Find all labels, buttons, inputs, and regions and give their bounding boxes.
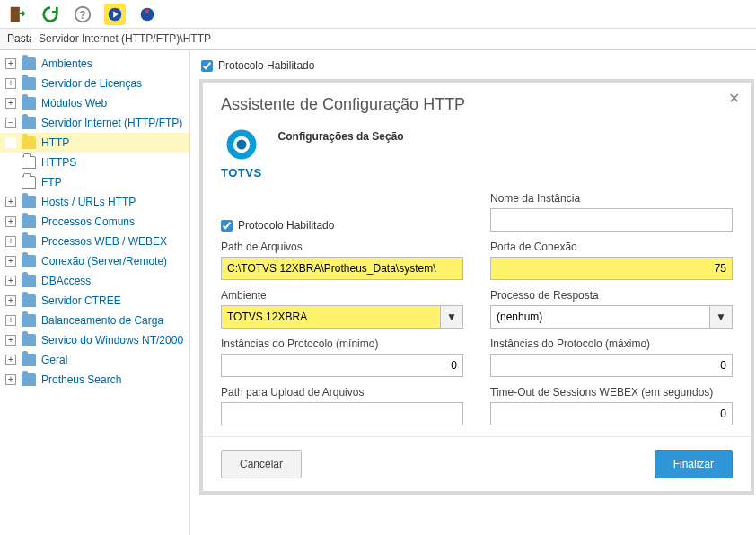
tree-node[interactable]: +DBAccess [0,271,189,291]
tree-node[interactable]: +Servidor CTREE [0,291,189,311]
tree-node-label: Servidor de Licenças [41,77,142,90]
tree-node-label: Hosts / URLs HTTP [41,196,136,208]
tree-node[interactable]: +Servico do Windows NT/2000 [0,330,189,350]
folder-icon [22,255,36,268]
response-process-dropdown-button[interactable]: ▼ [709,305,733,329]
tree-node-label: Ambientes [41,57,92,70]
expand-icon[interactable]: + [5,197,16,207]
expand-icon[interactable]: + [5,216,16,227]
tree-node[interactable]: FTP [0,172,189,192]
folder-icon [22,294,36,307]
wizard-title: Assistente de Configuração HTTP [221,95,733,114]
tree-node[interactable]: HTTP [0,133,189,153]
protocol-enabled-field: Protocolo Habilitado [221,219,463,232]
upload-path-field: Path para Upload de Arquivos [221,386,463,425]
protocol-enabled-top-label: Protocolo Habilitado [218,59,314,72]
tree-node[interactable]: HTTPS [0,153,189,172]
folder-icon [22,77,36,90]
exit-icon[interactable] [7,4,29,25]
toolbar: ? [0,0,756,29]
tree-node-label: HTTPS [41,156,76,169]
connection-port-input[interactable] [490,257,733,280]
tree-node-label: Servidor Internet (HTTP/FTP) [41,117,182,129]
environment-dropdown-button[interactable]: ▼ [440,305,463,329]
response-process-input[interactable] [490,305,709,329]
svg-text:?: ? [79,8,85,21]
instance-name-label: Nome da Instância [490,192,733,205]
expand-icon[interactable]: + [5,276,16,286]
instance-name-input[interactable] [490,208,733,232]
protocol-enabled-label: Protocolo Habilitado [238,219,334,232]
expand-icon[interactable]: + [5,295,16,306]
folder-icon [22,97,36,110]
expand-icon[interactable]: + [5,355,16,365]
expand-icon[interactable]: + [5,335,16,346]
folder-icon [22,235,36,248]
folder-icon [22,334,36,346]
instances-max-input[interactable] [490,354,733,377]
tree-node-label: Protheus Search [41,373,121,386]
cancel-button[interactable]: Cancelar [221,450,302,478]
folder-icon [22,136,36,149]
webex-timeout-label: Time-Out de Sessions WEBEX (em segundos) [490,386,733,399]
tree-node-label: Geral [41,354,67,366]
collapse-icon[interactable]: − [5,118,16,128]
tree-node[interactable]: +Balanceamento de Carga [0,311,189,330]
tree-node[interactable]: +Protheus Search [0,370,189,390]
files-path-field: Path de Arquivos [221,241,463,280]
tree-node-label: Balanceamento de Carga [41,314,163,327]
tree-node-label: DBAccess [41,275,91,287]
expand-icon[interactable]: + [5,236,16,247]
tree-node[interactable]: +Conexão (Server/Remote) [0,251,189,271]
folder-icon [22,354,36,366]
response-process-label: Processo de Resposta [490,289,733,302]
tree: +Ambientes+Servidor de Licenças+Módulos … [0,54,189,390]
expand-icon[interactable]: + [5,98,16,109]
instances-min-field: Instâncias do Protocolo (mínimo) [221,338,463,377]
expand-icon[interactable]: + [5,315,16,326]
folder-icon [22,215,36,228]
folder-icon [22,275,36,287]
wizard-dialog: ✕ Assistente de Configuração HTTP TOTVS … [199,79,754,495]
expand-icon[interactable]: + [5,58,16,69]
totvs-logo: TOTVS [221,125,262,180]
folder-icon [22,117,36,129]
tree-node[interactable]: +Módulos Web [0,93,189,113]
webex-timeout-input[interactable] [490,402,733,425]
tree-node[interactable]: +Processos WEB / WEBEX [0,232,189,251]
tree-node-label: Módulos Web [41,97,107,110]
expand-icon[interactable]: + [5,256,16,267]
protocol-enabled-top-checkbox[interactable] [201,60,213,72]
tree-node-label: HTTP [41,136,69,149]
tree-node[interactable]: −Servidor Internet (HTTP/FTP) [0,113,189,133]
instances-min-input[interactable] [221,354,463,377]
breadcrumb-label: Pasta [0,29,31,49]
connection-port-field: Porta de Conexão [490,241,733,280]
close-icon[interactable]: ✕ [728,90,740,107]
toggle-icon [5,137,16,148]
tree-node[interactable]: +Processos Comuns [0,212,189,232]
tree-node[interactable]: +Hosts / URLs HTTP [0,192,189,212]
tree-node[interactable]: +Ambientes [0,54,189,74]
folder-icon [22,156,36,169]
expand-icon[interactable]: + [5,78,16,89]
finish-button[interactable]: Finalizar [655,450,733,478]
tree-node-label: Servidor CTREE [41,294,121,307]
toggle-icon [5,157,16,168]
upload-path-input[interactable] [221,402,463,425]
breadcrumb: Pasta Servidor Internet (HTTP/FTP)\HTTP [0,29,756,50]
protocol-enabled-checkbox[interactable] [221,220,233,232]
dist-icon[interactable] [136,4,158,25]
svg-point-8 [236,140,246,150]
help-icon[interactable]: ? [72,4,93,25]
expand-icon[interactable]: + [5,374,16,385]
refresh-icon[interactable] [40,4,61,25]
files-path-input[interactable] [221,257,463,280]
instances-max-label: Instâncias do Protocolo (máximo) [490,338,733,350]
wizard-icon[interactable] [104,4,126,25]
folder-icon [22,314,36,327]
environment-input[interactable] [221,305,440,329]
tree-node[interactable]: +Servidor de Licenças [0,74,189,93]
instance-name-field: Nome da Instância [490,192,733,232]
tree-node[interactable]: +Geral [0,350,189,370]
